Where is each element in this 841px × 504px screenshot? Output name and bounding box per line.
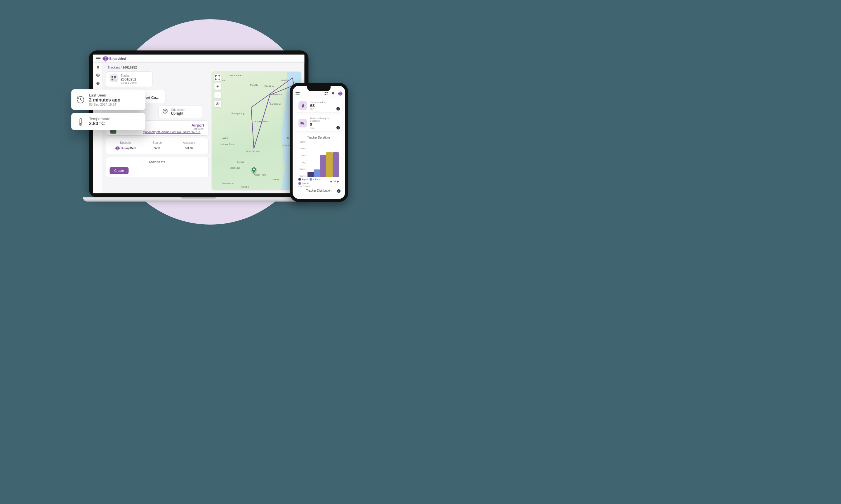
- chart-pager: ◀ 1/4 ▶: [330, 180, 339, 183]
- svg-rect-5: [114, 79, 115, 79]
- chart-bar[interactable]: [308, 172, 314, 177]
- arrow-up-circle-icon: [162, 108, 168, 114]
- history-icon: [76, 95, 85, 104]
- app-header: BinaryMed: [93, 55, 304, 63]
- svg-point-9: [253, 168, 255, 170]
- logo-mark-icon[interactable]: [338, 91, 343, 96]
- svg-point-19: [304, 124, 304, 125]
- map-place-label: Albion Park: [254, 174, 266, 176]
- bell-icon[interactable]: [331, 92, 335, 96]
- zoom-out-button[interactable]: −: [214, 92, 221, 98]
- network-card: Network BinaryMed Sourc: [106, 138, 208, 154]
- trackers-in-fleet-card[interactable]: Trackers in Fleet 63 Now i: [295, 98, 342, 112]
- trackers-ready-card[interactable]: Trackers Ready for Collection 0 Now i: [295, 115, 342, 131]
- svg-point-18: [301, 124, 302, 125]
- info-icon[interactable]: i: [337, 107, 340, 110]
- floating-metrics-popover: Last Seen 2 minutes ago 03 Sep 2024 16:3…: [71, 89, 145, 130]
- trackers-in-fleet-value: 63: [310, 104, 327, 108]
- svg-rect-15: [327, 95, 328, 95]
- chart-bar[interactable]: [326, 152, 332, 177]
- logo-mark-icon: [115, 146, 120, 151]
- chart-title: Tracker Durations: [298, 136, 339, 139]
- breadcrumb-root[interactable]: Trackers: [107, 66, 120, 69]
- route-waypoint: [250, 118, 252, 120]
- source-value: Wifi: [141, 146, 173, 150]
- network-value: BinaryMed: [115, 146, 136, 150]
- manifests-panel: Manifests Create: [106, 157, 208, 177]
- tracker-durations-chart: Tracker Durations 3 days2 days1 day1 day…: [295, 133, 342, 194]
- last-seen-card: Last Seen 2 minutes ago 03 Sep 2024 16:3…: [71, 89, 145, 110]
- temperature-label: Temperature: [89, 117, 110, 121]
- svg-rect-6: [115, 79, 116, 80]
- airport-link[interactable]: Airport: [143, 123, 204, 127]
- svg-rect-11: [325, 92, 326, 93]
- map-pin-icon[interactable]: [251, 167, 257, 174]
- menu-icon[interactable]: [96, 57, 101, 60]
- phone-frame: Trackers in Fleet 63 Now i Trackers Read…: [290, 83, 348, 202]
- route-overlay: [212, 72, 301, 161]
- tracker-id: 26616252: [121, 77, 137, 82]
- last-seen-label: Last Seen: [89, 93, 121, 97]
- distribution-title: Tracker Distribution: [298, 189, 339, 192]
- legend-item[interactable]: Airport: [298, 178, 308, 181]
- phone-notch: [307, 86, 330, 91]
- svg-point-10: [217, 103, 218, 104]
- create-button[interactable]: Create: [109, 167, 128, 174]
- chart-legend: AirportIn TransitPatholo: [298, 178, 330, 185]
- chart-bar[interactable]: [320, 155, 326, 177]
- orientation-value: Upright: [171, 111, 185, 115]
- truck-icon: [298, 119, 307, 127]
- svg-point-17: [303, 104, 304, 105]
- address-link[interactable]: gional Airport, Albion Park Rail NSW 252…: [143, 130, 204, 133]
- globe-icon[interactable]: [96, 73, 100, 77]
- svg-rect-12: [326, 92, 328, 93]
- map-place-label: Kiama: [272, 178, 279, 181]
- qr-icon: [109, 74, 118, 82]
- tracker-device: Cicada Demo: [121, 82, 137, 84]
- chart-y-axis: 3 days2 days1 day1 day0 days0 days: [298, 141, 307, 177]
- breadcrumb-current: 26616252: [123, 66, 137, 69]
- svg-rect-2: [111, 76, 113, 78]
- pager-next[interactable]: ▶: [337, 180, 339, 183]
- orientation-chip: Orientation Upright: [158, 106, 202, 118]
- svg-rect-14: [326, 94, 327, 94]
- last-seen-value: 2 minutes ago: [89, 97, 121, 103]
- temperature-card: Temperature 2.80 °C: [71, 113, 145, 130]
- qr-icon[interactable]: [324, 92, 328, 96]
- zoom-in-button[interactable]: +: [214, 83, 221, 90]
- laptop-base: [83, 197, 314, 201]
- map-controls: + −: [214, 74, 221, 107]
- breadcrumb: Trackers / 26616252: [106, 63, 302, 71]
- info-icon[interactable]: i: [337, 126, 340, 129]
- pager-prev[interactable]: ◀: [330, 180, 332, 183]
- home-icon[interactable]: [96, 65, 100, 69]
- chart-bar[interactable]: [332, 152, 339, 177]
- layers-visibility-button[interactable]: [214, 100, 221, 107]
- thermometer-icon: [76, 117, 85, 126]
- trackers-ready-value: 0: [310, 122, 339, 127]
- info-icon[interactable]: i: [337, 189, 341, 193]
- map[interactable]: HornsbyatoombaPenrithBlacktownParramatta…: [211, 71, 302, 191]
- last-seen-timestamp: 03 Sep 2024 16:34: [89, 103, 121, 106]
- brand-logo[interactable]: BinaryMed: [103, 56, 125, 61]
- legend-item[interactable]: Patholo: [298, 182, 309, 185]
- legend-item[interactable]: In Transit: [310, 178, 321, 181]
- svg-rect-16: [302, 104, 304, 108]
- chart-bars: [307, 141, 339, 177]
- map-place-label: Google: [241, 185, 249, 188]
- accuracy-value: 50 m: [173, 146, 205, 150]
- map-place-label: Moss Vale: [229, 166, 240, 169]
- map-place-label: Bundanoon: [222, 182, 234, 185]
- route-waypoint: [291, 79, 293, 81]
- route-waypoint: [269, 102, 271, 104]
- logo-mark-icon: [102, 55, 109, 62]
- tracker-chip: Tracker 26616252 Cicada Demo: [106, 71, 152, 87]
- svg-rect-3: [114, 76, 116, 78]
- chart-bar[interactable]: [314, 169, 320, 177]
- svg-point-0: [80, 123, 81, 124]
- chart-note: Last 3 months: [298, 185, 339, 187]
- menu-icon[interactable]: [295, 92, 299, 95]
- manifests-title: Manifests: [109, 160, 205, 164]
- fullscreen-button[interactable]: [214, 74, 221, 81]
- pie-chart-icon[interactable]: [96, 82, 100, 86]
